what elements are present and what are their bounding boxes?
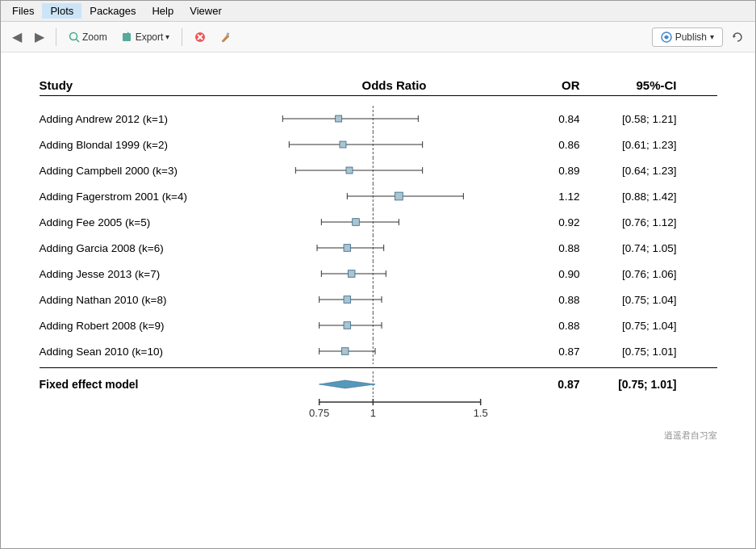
row-study: Adding Sean 2010 (k=10) [40,346,265,358]
row-ci: [0.75; 1.04] [580,320,677,332]
row-forest [265,209,524,235]
row-study: Adding Fagerstrom 2001 (k=4) [40,191,265,203]
row-study: Adding Robert 2008 (k=9) [40,320,265,332]
brush-icon [220,31,232,43]
table-row: Adding Sean 2010 (k=10)0.87[0.75; 1.01] [40,338,717,364]
svg-rect-54 [344,322,351,329]
row-study: Adding Fee 2005 (k=5) [40,216,265,228]
table-row: Adding Nathan 2010 (k=8)0.88[0.75; 1.04] [40,287,717,312]
brush-button[interactable] [215,29,237,45]
table-row: Adding Campbell 2000 (k=3)0.89[0.64; 1.2… [40,157,717,183]
table-row: Adding Jesse 2013 (k=7)0.90[0.76; 1.06] [40,261,717,287]
row-study: Adding Nathan 2010 (k=8) [40,294,265,306]
row-or: 0.88 [524,320,580,332]
svg-rect-19 [340,141,346,148]
svg-rect-59 [341,348,349,355]
menu-viewer[interactable]: Viewer [182,3,230,19]
fixed-effect-study: Fixed effect model [40,378,265,391]
row-forest [265,338,524,364]
row-or: 0.90 [524,268,580,280]
export-icon [122,31,133,43]
plot-area: Study Odds Ratio OR 95%-CI Adding Andrew… [1,52,755,548]
xaxis: 0.7511.5 [265,399,524,426]
zoom-button[interactable]: Zoom [63,29,113,45]
svg-rect-14 [335,115,341,122]
menubar: Files Plots Packages Help Viewer [1,1,755,22]
fixed-effect-row: Fixed effect model 0.87 [0.75; 1.01] [40,371,717,397]
row-study: Adding Andrew 2012 (k=1) [40,113,265,125]
svg-text:1: 1 [370,407,375,419]
row-ci: [0.58; 1.21] [580,113,677,125]
table-row: Adding Fagerstrom 2001 (k=4)1.12[0.88; 1… [40,183,717,209]
row-ci: [0.76; 1.06] [580,268,677,280]
row-forest [265,287,524,312]
publish-button[interactable]: Publish ▾ [652,27,723,47]
row-or: 0.88 [524,242,580,254]
svg-marker-3 [127,31,131,35]
fixed-effect-forest [265,371,524,397]
row-ci: [0.88; 1.42] [580,191,677,203]
row-ci: [0.74; 1.05] [580,242,677,254]
svg-rect-39 [344,245,351,252]
zoom-icon [69,31,80,43]
svg-line-1 [77,39,80,42]
svg-marker-9 [733,35,736,38]
row-ci: [0.75; 1.01] [580,346,677,358]
row-forest [265,132,524,157]
table-row: Adding Andrew 2012 (k=1)0.84[0.58; 1.21] [40,106,717,132]
row-study: Adding Garcia 2008 (k=6) [40,242,265,254]
row-or: 0.87 [524,346,580,358]
header-forest: Odds Ratio [265,78,524,92]
export-button[interactable]: Export ▾ [116,29,176,45]
row-forest [265,157,524,183]
clear-icon [194,31,206,43]
fixed-effect-or: 0.87 [524,378,580,391]
row-study: Adding Campbell 2000 (k=3) [40,165,265,177]
table-row: Adding Fee 2005 (k=5)0.92[0.76; 1.12] [40,209,717,235]
clear-button[interactable] [189,29,211,45]
row-forest [265,183,524,209]
row-study: Adding Blondal 1999 (k=2) [40,139,265,151]
row-or: 0.84 [524,113,580,125]
row-ci: [0.61; 1.23] [580,139,677,151]
back-button[interactable]: ◀ [7,27,27,46]
header-study: Study [40,78,265,92]
plot-header: Study Odds Ratio OR 95%-CI [40,78,717,96]
menu-help[interactable]: Help [144,3,182,19]
watermark: 逍遥君自习室 [40,430,717,442]
toolbar: ◀ ▶ Zoom Export ▾ Publish ▾ [1,22,755,52]
row-or: 0.88 [524,294,580,306]
row-or: 0.89 [524,165,580,177]
row-ci: [0.75; 1.04] [580,294,677,306]
refresh-button[interactable] [726,29,749,45]
header-or: OR [524,78,580,92]
forward-button[interactable]: ▶ [30,27,49,46]
menu-files[interactable]: Files [4,3,42,19]
header-ci: 95%-CI [580,78,677,92]
svg-text:1.5: 1.5 [473,407,487,419]
row-forest [265,312,524,338]
svg-point-0 [70,32,77,40]
row-ci: [0.64; 1.23] [580,165,677,177]
row-ci: [0.76; 1.12] [580,216,677,228]
svg-rect-24 [346,167,353,174]
table-row: Adding Blondal 1999 (k=2)0.86[0.61; 1.23… [40,132,717,157]
row-forest [265,235,524,261]
toolbar-separator-2 [182,28,182,46]
forest-plot: Study Odds Ratio OR 95%-CI Adding Andrew… [23,70,733,530]
forest-rows: Adding Andrew 2012 (k=1)0.84[0.58; 1.21]… [40,106,717,364]
svg-rect-44 [348,270,355,278]
row-forest [265,261,524,287]
svg-rect-34 [352,219,359,226]
table-row: Adding Garcia 2008 (k=6)0.88[0.74; 1.05] [40,235,717,261]
plot-divider [40,367,717,368]
refresh-icon [732,31,743,43]
row-or: 1.12 [524,191,580,203]
menu-plots[interactable]: Plots [42,3,81,19]
toolbar-separator-1 [56,28,56,46]
svg-text:0.75: 0.75 [309,407,329,419]
table-row: Adding Robert 2008 (k=9)0.88[0.75; 1.04] [40,312,717,338]
menu-packages[interactable]: Packages [81,3,144,19]
publish-icon [661,31,672,43]
svg-rect-49 [344,296,351,304]
